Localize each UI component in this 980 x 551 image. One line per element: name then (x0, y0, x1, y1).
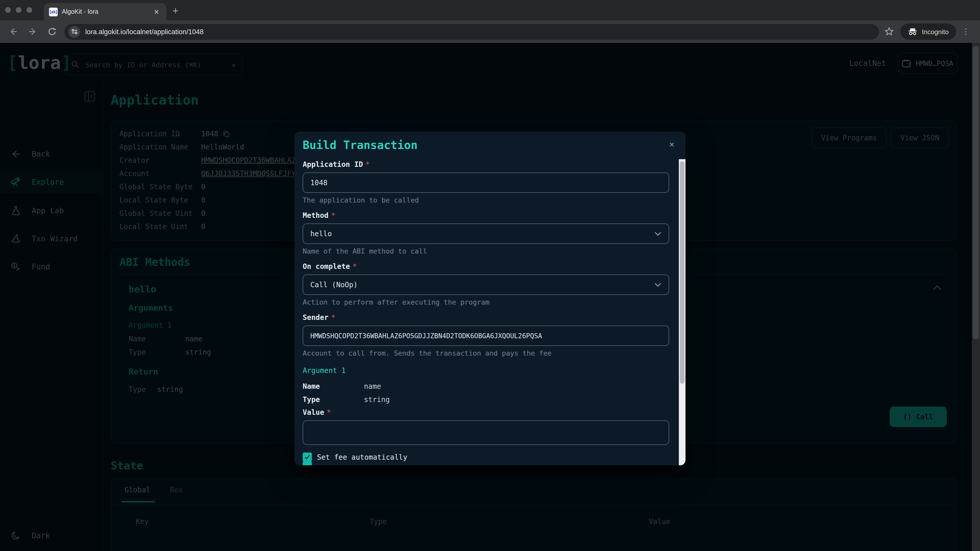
on-complete-select[interactable]: Call (NoOp) (303, 275, 669, 295)
address-bar[interactable]: lora.algokit.io/localnet/application/104… (64, 24, 879, 40)
browser-tab[interactable]: [ak] AlgoKit - lora ✕ (44, 3, 166, 21)
app-viewport: [lora] ✕ LocalNet HMWD…PQSA Back (0, 43, 980, 551)
reload-icon[interactable] (46, 25, 58, 38)
incognito-badge: Incognito (900, 24, 956, 40)
application-id-field-wrap (303, 172, 669, 193)
new-tab-button[interactable]: + (172, 4, 178, 17)
check-icon (304, 454, 310, 460)
method-helper: Name of the ABI method to call (303, 247, 677, 256)
page-scrollbar[interactable] (972, 43, 980, 551)
set-fee-label: Set fee automatically (317, 453, 407, 461)
argument-name-row: Name name (303, 380, 677, 393)
dialog-scrollbar[interactable] (679, 159, 686, 465)
value-field-wrap (303, 421, 669, 445)
browser-tab-strip: [ak] AlgoKit - lora ✕ + (0, 0, 980, 21)
application-id-helper: The application to be called (303, 196, 677, 205)
build-transaction-dialog: ✕ Build Transaction Application ID* The … (294, 132, 686, 465)
set-fee-checkbox[interactable] (303, 453, 312, 462)
incognito-spy-icon (907, 27, 918, 36)
sender-field-wrap (303, 326, 669, 346)
clipped-checkbox[interactable] (303, 461, 312, 465)
browser-menu-icon[interactable]: ⋮ (962, 27, 970, 36)
value-input[interactable] (310, 429, 662, 437)
argument-type-row: Type string (303, 393, 677, 406)
application-id-input[interactable] (310, 179, 662, 187)
tab-close-icon[interactable]: ✕ (151, 7, 161, 17)
sender-input[interactable] (310, 332, 662, 340)
site-info-icon[interactable] (68, 26, 80, 38)
close-window-button[interactable] (5, 7, 11, 13)
argument1-heading: Argument 1 (303, 366, 677, 376)
set-fee-automatically-row: Set fee automatically (303, 452, 677, 462)
sender-helper: Account to call from. Sends the transact… (303, 349, 677, 358)
forward-icon[interactable] (27, 25, 39, 38)
chevron-down-icon (654, 283, 662, 287)
on-complete-label: On complete* (303, 262, 677, 272)
url-text[interactable]: lora.algokit.io/localnet/application/104… (85, 28, 204, 35)
application-id-label: Application ID* (303, 160, 677, 170)
bookmark-star-icon[interactable] (884, 27, 894, 37)
incognito-label: Incognito (922, 28, 949, 35)
on-complete-helper: Action to perform after executing the pr… (303, 298, 677, 307)
dialog-scrollbar-thumb[interactable] (680, 161, 684, 384)
method-label: Method* (303, 211, 677, 221)
method-select[interactable]: hello (303, 224, 669, 244)
back-icon[interactable] (7, 25, 19, 38)
minimize-window-button[interactable] (16, 7, 21, 13)
sender-label: Sender* (303, 313, 677, 324)
tab-title: AlgoKit - lora (62, 8, 151, 15)
value-label: Value* (303, 408, 677, 418)
zoom-window-button[interactable] (27, 7, 32, 13)
browser-toolbar: lora.algokit.io/localnet/application/104… (0, 21, 980, 43)
screenshot-root: [ak] AlgoKit - lora ✕ + lora.algokit.io/… (0, 0, 980, 551)
page-scrollbar-thumb[interactable] (973, 46, 979, 339)
macos-traffic-lights[interactable] (5, 7, 32, 13)
chevron-down-icon (654, 231, 662, 236)
tab-favicon: [ak] (49, 7, 58, 16)
dialog-title: Build Transaction (303, 139, 677, 154)
